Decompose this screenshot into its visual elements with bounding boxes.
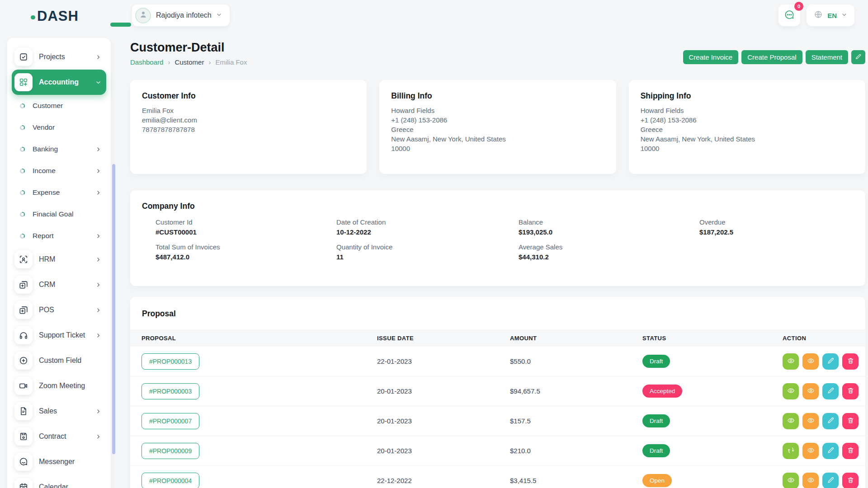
proposal-link[interactable]: #PROP000004 — [142, 473, 199, 488]
sidebar-item-expense[interactable]: Expense — [12, 182, 106, 203]
info-line: 10000 — [391, 144, 604, 153]
view-button[interactable] — [783, 473, 799, 488]
sidebar-item-contract[interactable]: Contract — [12, 424, 106, 449]
sidebar-item-calendar[interactable]: Calendar — [12, 474, 106, 488]
edit-button[interactable] — [822, 473, 839, 488]
proposal-link[interactable]: #PROP000007 — [142, 413, 199, 429]
messages-button[interactable]: 0 — [778, 5, 800, 26]
sidebar-item-zoom-meeting[interactable]: Zoom Meeting — [12, 373, 106, 399]
view-button[interactable] — [783, 413, 799, 429]
view-button[interactable] — [783, 383, 799, 399]
edit-button[interactable] — [822, 383, 839, 399]
stat-average-sales: Average Sales$44,310.2 — [519, 243, 699, 261]
chevron-right-icon — [95, 233, 102, 239]
preview-button[interactable] — [802, 413, 819, 429]
company-avatar — [135, 8, 151, 23]
preview-button[interactable] — [802, 473, 819, 488]
sidebar-item-income[interactable]: Income — [12, 160, 106, 182]
info-line: Greece — [641, 125, 854, 134]
company-selector[interactable]: Rajodiya infotech — [132, 5, 230, 26]
sidebar-item-crm[interactable]: CRM — [12, 272, 106, 297]
sidebar-item-label: Projects — [39, 53, 95, 61]
stat-quantity-of-invoice: Quantity of Invoice11 — [336, 243, 519, 261]
delete-button[interactable] — [842, 413, 859, 429]
sidebar-item-support-ticket[interactable]: Support Ticket — [12, 323, 106, 348]
table-header-row: PROPOSALISSUE DATEAMOUNTSTATUSACTION — [130, 329, 865, 347]
view-button[interactable] — [783, 353, 799, 370]
preview-button[interactable] — [802, 353, 819, 370]
chevron-right-icon — [95, 189, 102, 196]
sidebar-item-sales[interactable]: Sales — [12, 399, 106, 424]
delete-button[interactable] — [842, 443, 859, 459]
preview-button[interactable] — [802, 383, 819, 399]
proposal-link[interactable]: #PROP000003 — [142, 383, 199, 399]
stat-label: Customer Id — [156, 218, 336, 226]
chevron-down-icon — [841, 11, 848, 20]
sidebar-item-label: Income — [33, 167, 95, 175]
hrm-icon — [14, 250, 33, 268]
eye-icon — [807, 387, 815, 396]
amount-cell: $157.5 — [509, 417, 642, 425]
trash-icon — [847, 446, 854, 455]
layers-icon — [14, 301, 33, 319]
sidebar-scrollbar-thumb[interactable] — [112, 164, 115, 454]
edit-button[interactable] — [822, 443, 839, 459]
page-actions: Create Invoice Create Proposal Statement — [683, 50, 866, 64]
proposal-link[interactable]: #PROP000009 — [142, 443, 199, 459]
sidebar-item-banking[interactable]: Banking — [12, 138, 106, 160]
trash-icon — [847, 476, 854, 485]
row-actions — [783, 353, 865, 370]
breadcrumb-dashboard[interactable]: Dashboard — [130, 58, 163, 66]
delete-button[interactable] — [842, 383, 859, 399]
chevron-right-icon — [95, 307, 102, 314]
chevron-down-icon — [216, 11, 222, 20]
main-content: Customer-Detail Dashboard › Customer › E… — [130, 38, 865, 488]
sidebar-item-projects[interactable]: Projects — [12, 44, 106, 70]
stat-value: $44,310.2 — [519, 253, 699, 261]
sidebar-item-finacial-goal[interactable]: Finacial Goal — [12, 203, 106, 225]
table-row: #PROP00000920-01-2023$210.0Draft — [130, 436, 865, 466]
card-title: Customer Info — [142, 91, 355, 101]
proposal-link[interactable]: #PROP000013 — [142, 353, 199, 370]
edit-button[interactable] — [822, 353, 839, 370]
sidebar-item-customer[interactable]: Customer — [12, 95, 106, 117]
create-invoice-button[interactable]: Create Invoice — [683, 50, 739, 64]
sidebar-item-accounting[interactable]: Accounting — [12, 70, 106, 95]
edit-button[interactable] — [822, 413, 839, 429]
sidebar-item-report[interactable]: Report — [12, 225, 106, 247]
stat-overdue: Overdue$187,202.5 — [699, 218, 840, 236]
delete-button[interactable] — [842, 353, 859, 370]
sidebar-item-label: Banking — [33, 145, 95, 153]
edit-customer-button[interactable] — [851, 50, 865, 64]
pencil-icon — [827, 446, 835, 455]
create-proposal-button[interactable]: Create Proposal — [741, 50, 802, 64]
breadcrumb-customer[interactable]: Customer — [175, 58, 204, 66]
breadcrumb-current: Emilia Fox — [215, 58, 247, 66]
language-selector[interactable]: EN — [807, 5, 854, 26]
sidebar-item-hrm[interactable]: HRM — [12, 247, 106, 272]
proposal-table: PROPOSALISSUE DATEAMOUNTSTATUSACTION #PR… — [130, 329, 865, 488]
sidebar-item-custom-field[interactable]: Custom Field — [12, 348, 106, 373]
trash-icon — [847, 357, 854, 366]
preview-button[interactable] — [802, 443, 819, 459]
status-badge: Draft — [642, 414, 670, 427]
card-title: Billing Info — [391, 91, 604, 101]
sidebar-item-pos[interactable]: POS — [12, 297, 106, 323]
sidebar-item-messenger[interactable]: Messenger — [12, 449, 106, 474]
delete-button[interactable] — [842, 473, 859, 488]
check-square-icon — [14, 48, 33, 66]
sidebar-item-label: Custom Field — [39, 357, 102, 365]
column-header-issue-date: ISSUE DATE — [376, 335, 509, 342]
stat-value: #CUST00001 — [156, 228, 336, 236]
plus-circle-icon — [14, 352, 33, 370]
status-badge: Draft — [642, 355, 670, 368]
grid-icon — [14, 73, 33, 91]
stat-value: 11 — [336, 253, 519, 261]
bullet-icon — [20, 125, 25, 130]
issue-date-cell: 20-01-2023 — [376, 417, 509, 425]
sidebar-item-vendor[interactable]: Vendor — [12, 117, 106, 138]
bullet-icon — [20, 169, 25, 174]
stat-label: Quantity of Invoice — [336, 243, 519, 251]
convert-button[interactable] — [783, 443, 799, 459]
statement-button[interactable]: Statement — [806, 50, 848, 64]
